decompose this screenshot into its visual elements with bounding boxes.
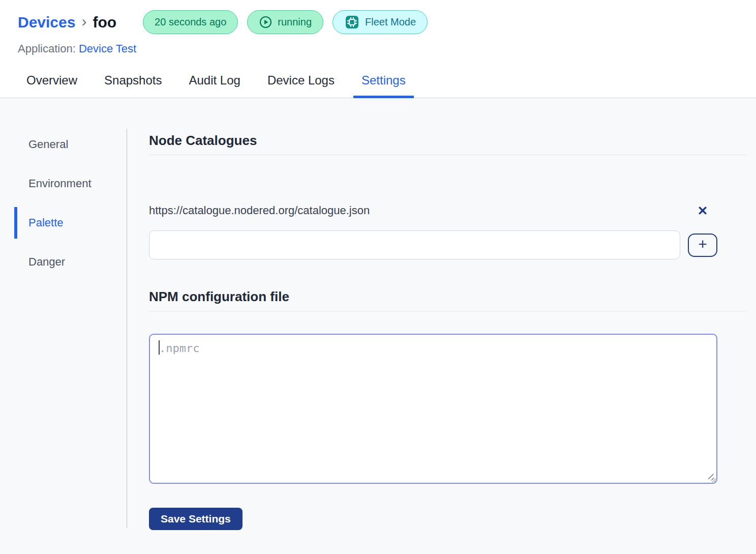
sidebar-item-palette[interactable]: Palette [14, 207, 127, 239]
remove-catalogue-button[interactable]: ✕ [688, 205, 717, 217]
status-badge: running [247, 10, 323, 34]
add-catalogue-button[interactable]: + [688, 234, 717, 257]
tab-device-logs[interactable]: Device Logs [259, 63, 343, 98]
save-settings-button[interactable]: Save Settings [149, 508, 243, 530]
tab-settings[interactable]: Settings [353, 63, 414, 98]
npm-config-title: NPM configuration file [149, 289, 746, 311]
application-label: Application: [18, 42, 76, 55]
text-caret [159, 340, 160, 355]
last-seen-badge: 20 seconds ago [143, 10, 238, 34]
chevron-right-icon: › [81, 13, 86, 30]
page-header: Devices › foo 20 seconds ago running [0, 0, 756, 63]
fleet-mode-badge-label: Fleet Mode [365, 16, 416, 28]
application-row: Application: Device Test [18, 42, 756, 63]
sidebar-item-general[interactable]: General [14, 129, 127, 160]
catalogue-url-text: https://catalogue.nodered.org/catalogue.… [149, 204, 688, 217]
settings-sidebar: General Environment Palette Danger [0, 129, 127, 528]
breadcrumb: Devices › foo 20 seconds ago running [18, 10, 756, 34]
play-circle-icon [259, 15, 273, 29]
fleet-mode-badge: Fleet Mode [332, 10, 428, 34]
device-badges: 20 seconds ago running [143, 10, 428, 34]
device-settings-page: Devices › foo 20 seconds ago running [0, 0, 756, 554]
add-catalogue-row: + [149, 230, 717, 259]
tab-snapshots[interactable]: Snapshots [96, 63, 170, 98]
node-catalogues-section: https://catalogue.nodered.org/catalogue.… [149, 204, 717, 259]
npm-config-textarea-wrap [149, 334, 717, 484]
last-seen-badge-label: 20 seconds ago [155, 16, 226, 28]
npm-config-section: Save Settings [149, 334, 717, 547]
breadcrumb-device-name: foo [93, 14, 116, 31]
palette-settings-panel: Node Catalogues https://catalogue.nodere… [127, 129, 756, 554]
cpu-chip-icon [344, 14, 360, 30]
device-tab-bar: Overview Snapshots Audit Log Device Logs… [0, 63, 756, 98]
node-catalogues-title: Node Catalogues [149, 133, 746, 155]
catalogue-entry-row: https://catalogue.nodered.org/catalogue.… [149, 204, 717, 217]
new-catalogue-input[interactable] [149, 230, 680, 259]
sidebar-item-danger[interactable]: Danger [14, 246, 127, 278]
settings-body: General Environment Palette Danger Node … [0, 98, 756, 554]
tab-audit-log[interactable]: Audit Log [180, 63, 248, 98]
npm-config-textarea[interactable] [149, 334, 717, 484]
tab-overview[interactable]: Overview [18, 63, 85, 98]
status-badge-label: running [278, 16, 312, 28]
breadcrumb-devices-link[interactable]: Devices [18, 14, 75, 31]
sidebar-item-environment[interactable]: Environment [14, 168, 127, 199]
application-link[interactable]: Device Test [79, 42, 136, 55]
